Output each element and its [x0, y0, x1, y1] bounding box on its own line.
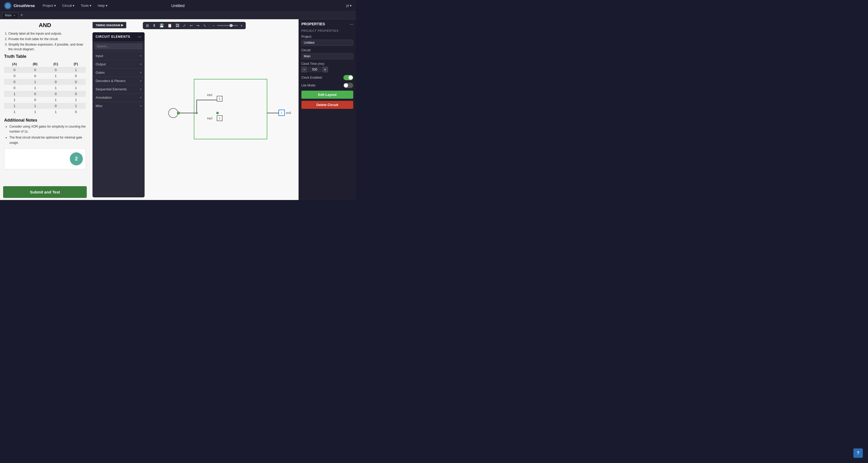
table-cell: 0 [25, 97, 45, 103]
circuit-search [92, 41, 145, 52]
preview-box: 2 [4, 148, 86, 169]
timing-icon: ▶ [121, 24, 123, 27]
project-input[interactable] [301, 40, 353, 46]
table-cell: 0 [4, 67, 25, 73]
circuit-panel-header: CIRCUIT ELEMENTS — [92, 32, 145, 41]
lite-mode-toggle[interactable] [343, 83, 353, 88]
table-cell: 1 [4, 97, 25, 103]
toolbar-copy[interactable]: 📋 [166, 23, 173, 28]
table-cell: 0 [25, 91, 45, 97]
toolbar-grid[interactable]: ⊞ [145, 23, 150, 28]
table-row: 0100 [4, 79, 86, 85]
nav-project[interactable]: Project ▾ [40, 3, 59, 9]
tab-main-label: Main [5, 13, 12, 17]
category-sequential-chevron: ▾ [140, 88, 142, 91]
clock-increment[interactable]: + [322, 67, 328, 72]
main-layout: AND Clearly label all the inputs and out… [0, 19, 356, 200]
user-menu[interactable]: jd ▾ [346, 4, 352, 7]
col-b: (B) [25, 61, 45, 67]
svg-point-8 [177, 111, 180, 114]
col-c: (C) [45, 61, 66, 67]
panel-title: AND [4, 22, 86, 29]
additional-notes-title: Additional Notes [4, 118, 86, 123]
timing-label: TIMING DIAGRAM [96, 24, 120, 27]
nav-help[interactable]: Help ▾ [95, 3, 110, 9]
right-panel-title: PROPERTIES [301, 22, 325, 26]
category-gates-chevron: ▾ [140, 71, 142, 74]
zoom-slider[interactable] [217, 25, 238, 26]
category-misc[interactable]: Misc ▾ [92, 102, 145, 110]
table-cell: 1 [45, 73, 66, 79]
category-input-chevron: ▾ [140, 55, 142, 57]
app-name: CircuitVerse [13, 4, 35, 8]
props-section-title: PROJECT PROPERTIES [301, 29, 353, 32]
table-cell: 0 [4, 73, 25, 79]
top-nav: CircuitVerse Project ▾ Circuit ▾ Tools ▾… [0, 0, 356, 11]
category-output-chevron: ▾ [140, 63, 142, 66]
category-annotation[interactable]: Annotation ▾ [92, 93, 145, 102]
logo[interactable]: CircuitVerse [4, 2, 35, 9]
category-sequential[interactable]: Sequential Elements ▾ [92, 85, 145, 93]
table-row: 0010 [4, 73, 86, 79]
category-gates[interactable]: Gates ▾ [92, 68, 145, 76]
instruction-1: Clearly label all the inputs and outputs… [8, 31, 86, 36]
right-panel-header: PROPERTIES — [301, 22, 353, 26]
category-output[interactable]: Output ▾ [92, 60, 145, 68]
toolbar-save[interactable]: 💾 [158, 23, 165, 28]
canvas-area[interactable]: TIMING DIAGRAM ▶ ⊞ ⬆ 💾 📋 🖼 ⤢ ↩ ↪ ⤡ | − + [90, 19, 299, 200]
toolbar-zoom-out[interactable]: − [211, 23, 215, 28]
col-a: (A) [4, 61, 25, 67]
toolbar-redo[interactable]: ↪ [195, 23, 200, 28]
category-annotation-chevron: ▾ [140, 96, 142, 99]
table-cell: 1 [25, 103, 45, 109]
table-cell: 1 [66, 67, 86, 73]
tab-close-icon[interactable]: ✕ [13, 14, 16, 17]
clock-enabled-label: Clock Enabled: [301, 76, 322, 79]
table-row: 0111 [4, 85, 86, 91]
table-row: 0001 [4, 67, 86, 73]
delete-circuit-button[interactable]: Delete Circuit [301, 101, 353, 109]
table-cell: 1 [4, 91, 25, 97]
toolbar-image[interactable]: 🖼 [175, 23, 180, 28]
svg-point-7 [168, 108, 178, 118]
truth-table: (A) (B) (C) (F) 000100100100011110001011… [4, 61, 86, 115]
table-cell: 0 [66, 91, 86, 97]
nav-circuit[interactable]: Circuit ▾ [60, 3, 77, 9]
table-row: 1110 [4, 109, 86, 115]
category-decoders[interactable]: Decoders & Plexers ▾ [92, 76, 145, 85]
search-input[interactable] [95, 43, 143, 49]
tab-main[interactable]: Main ✕ [2, 13, 18, 18]
toolbar-undo[interactable]: ↩ [189, 23, 194, 28]
clock-value: 500 [308, 67, 321, 72]
edit-layout-button[interactable]: Edit Layout [301, 91, 353, 99]
clock-enabled-toggle[interactable] [343, 75, 353, 80]
app-title: Untitled [172, 3, 185, 8]
toolbar-expand[interactable]: ⤢ [182, 23, 187, 28]
tab-add-button[interactable]: + [19, 12, 24, 18]
clock-enabled-row: Clock Enabled: [301, 75, 353, 80]
circuit-panel-close[interactable]: — [138, 35, 142, 38]
table-cell: 0 [4, 79, 25, 85]
toolbar-fit[interactable]: ⤡ [202, 23, 207, 28]
submit-and-test-button[interactable]: Submit and Test [3, 186, 87, 198]
timing-diagram-button[interactable]: TIMING DIAGRAM ▶ [92, 22, 126, 28]
svg-text:1: 1 [219, 97, 220, 100]
table-cell: 0 [45, 91, 66, 97]
nav-tools[interactable]: Tools ▾ [78, 3, 94, 9]
toolbar-zoom-in[interactable]: + [239, 23, 244, 28]
category-decoders-label: Decoders & Plexers [96, 79, 126, 83]
right-panel-close[interactable]: — [350, 22, 353, 26]
table-cell: 0 [66, 79, 86, 85]
project-field: Project: [301, 35, 353, 46]
category-decoders-chevron: ▾ [140, 79, 142, 82]
lite-mode-label: Lite Mode: [301, 84, 316, 87]
clock-decrement[interactable]: − [301, 67, 307, 72]
instruction-2: Provide the truth table for the circuit. [8, 37, 86, 41]
toolbar-upload[interactable]: ⬆ [152, 23, 157, 28]
category-input-label: Input [96, 54, 103, 58]
clock-time-field: Clock Time (ms): − 500 + [301, 62, 353, 72]
category-input[interactable]: Input ▾ [92, 52, 145, 60]
left-panel: AND Clearly label all the inputs and out… [0, 19, 90, 200]
circuit-input[interactable] [301, 53, 353, 59]
category-misc-label: Misc [96, 104, 103, 108]
